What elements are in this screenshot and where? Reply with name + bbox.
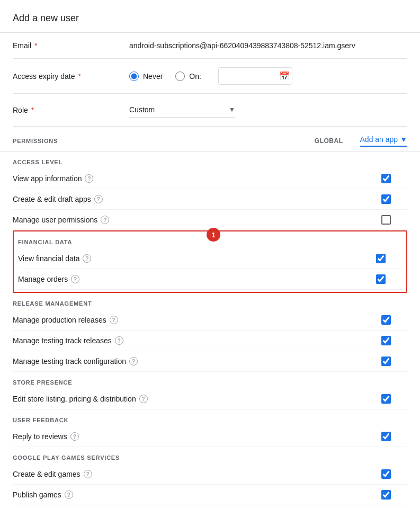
permission-name: Create & edit draft apps ? xyxy=(13,195,365,203)
global-label: GLOBAL xyxy=(315,137,343,145)
permission-name: Manage orders ? xyxy=(18,275,360,283)
checkbox-view-financial[interactable] xyxy=(376,254,386,263)
date-input[interactable] xyxy=(223,72,276,81)
checkbox-cell xyxy=(360,254,402,263)
permission-name: View financial data ? xyxy=(18,254,360,263)
permission-row-view-financial: View financial data ? xyxy=(18,248,402,269)
radio-on-input[interactable] xyxy=(175,72,185,81)
checkbox-manage-user-perms[interactable] xyxy=(381,215,391,225)
permissions-title: PERMISSIONS xyxy=(13,138,315,144)
checkbox-manage-orders[interactable] xyxy=(376,274,386,284)
access-expiry-required: * xyxy=(76,72,81,81)
radio-never-label: Never xyxy=(143,72,163,81)
checkbox-cell xyxy=(365,174,407,183)
dialog-title: Add a new user xyxy=(0,0,420,32)
checkbox-cell xyxy=(365,490,407,500)
help-icon[interactable]: ? xyxy=(139,395,148,403)
permission-row-view-app-info: View app information ? xyxy=(13,168,407,189)
permission-name: Manage user permissions ? xyxy=(13,216,365,224)
help-icon[interactable]: ? xyxy=(115,336,123,345)
checkbox-publish-games[interactable] xyxy=(381,490,391,500)
help-icon[interactable]: ? xyxy=(110,316,118,324)
checkbox-reply-reviews[interactable] xyxy=(381,432,391,441)
help-icon[interactable]: ? xyxy=(83,254,91,263)
permissions-header: PERMISSIONS GLOBAL Add an app ▼ xyxy=(0,127,420,151)
permission-row-manage-user-perms: Manage user permissions ? xyxy=(13,210,407,230)
permission-name: Manage testing track configuration ? xyxy=(13,357,365,366)
checkbox-cell xyxy=(365,394,407,404)
chevron-down-icon: ▼ xyxy=(229,106,235,113)
form-section: Email * android-subscriptions@api-662040… xyxy=(0,33,420,127)
permission-name: Publish games ? xyxy=(13,491,365,499)
permission-row-manage-testing-releases: Manage testing track releases ? xyxy=(13,331,407,351)
help-icon[interactable]: ? xyxy=(101,216,109,224)
permission-row-publish-games: Publish games ? xyxy=(13,485,407,505)
permission-name: Manage production releases ? xyxy=(13,316,365,324)
permission-row-create-edit-draft: Create & edit draft apps ? xyxy=(13,189,407,210)
checkbox-edit-store-listing[interactable] xyxy=(381,394,391,404)
radio-group: Never On: 📅 xyxy=(129,67,292,85)
permission-name: Edit store listing, pricing & distributi… xyxy=(13,395,365,403)
checkbox-manage-prod-releases[interactable] xyxy=(381,315,391,325)
permission-row-edit-store-listing: Edit store listing, pricing & distributi… xyxy=(13,389,407,409)
help-icon[interactable]: ? xyxy=(84,470,92,478)
add-app-chevron-icon: ▼ xyxy=(400,135,407,144)
calendar-icon[interactable]: 📅 xyxy=(279,71,290,81)
radio-on-label: On: xyxy=(189,72,201,81)
radio-never-option[interactable]: Never xyxy=(129,72,163,81)
email-label: Email * xyxy=(13,41,129,50)
help-icon[interactable]: ? xyxy=(65,491,73,499)
permission-name: View app information ? xyxy=(13,174,365,183)
checkbox-manage-testing-config[interactable] xyxy=(381,357,391,366)
section-header-access-level: ACCESS LEVEL xyxy=(13,151,407,168)
access-expiry-row: Access expiry date * Never On: 📅 xyxy=(13,59,407,94)
role-label: Role * xyxy=(13,106,129,114)
permission-name: Manage testing track releases ? xyxy=(13,336,365,345)
checkbox-cell xyxy=(365,357,407,366)
checkbox-cell xyxy=(365,469,407,479)
section-header-user-feedback: USER FEEDBACK xyxy=(13,409,407,426)
add-user-dialog: Add a new user Email * android-subscript… xyxy=(0,0,420,508)
section-header-store-presence: STORE PRESENCE xyxy=(13,372,407,389)
permission-name: Create & edit games ? xyxy=(13,470,365,478)
access-expiry-label: Access expiry date * xyxy=(13,72,129,81)
email-required: * xyxy=(32,41,37,50)
checkbox-view-app-info[interactable] xyxy=(381,174,391,183)
checkbox-cell xyxy=(365,336,407,345)
checkbox-cell xyxy=(360,274,402,284)
email-row: Email * android-subscriptions@api-662040… xyxy=(13,33,407,59)
section-header-gpgs: GOOGLE PLAY GAMES SERVICES xyxy=(13,447,407,464)
role-value: Custom xyxy=(129,105,225,114)
role-select[interactable]: Custom ▼ xyxy=(129,102,235,118)
permission-row-manage-testing-config: Manage testing track configuration ? xyxy=(13,351,407,372)
checkbox-cell xyxy=(365,215,407,225)
permission-row-manage-orders: Manage orders ? xyxy=(18,269,402,290)
checkbox-create-edit-games[interactable] xyxy=(381,469,391,479)
checkbox-cell xyxy=(365,315,407,325)
help-icon[interactable]: ? xyxy=(85,174,93,183)
add-app-button[interactable]: Add an app ▼ xyxy=(360,135,407,147)
role-row: Role * Custom ▼ xyxy=(13,94,407,127)
permission-row-manage-prod-releases: Manage production releases ? xyxy=(13,310,407,331)
permissions-body: ACCESS LEVEL View app information ? Crea… xyxy=(0,151,420,505)
email-value: android-subscriptions@api-66204094398837… xyxy=(129,41,407,50)
checkbox-create-edit-draft[interactable] xyxy=(381,194,391,204)
radio-never-input[interactable] xyxy=(129,72,139,81)
date-input-wrapper: 📅 xyxy=(218,67,292,85)
checkbox-manage-testing-releases[interactable] xyxy=(381,336,391,345)
checkbox-cell xyxy=(365,194,407,204)
permission-name: Reply to reviews ? xyxy=(13,432,365,441)
help-icon[interactable]: ? xyxy=(70,432,79,441)
help-icon[interactable]: ? xyxy=(129,357,138,366)
radio-on-option[interactable]: On: xyxy=(175,72,201,81)
help-icon[interactable]: ? xyxy=(71,275,79,283)
badge-1: 1 xyxy=(207,228,220,242)
permission-row-reply-reviews: Reply to reviews ? xyxy=(13,426,407,447)
footer-note: Permissions granted at the global level … xyxy=(0,505,420,508)
checkbox-cell xyxy=(365,432,407,441)
section-header-release-management: RELEASE MANAGEMENT xyxy=(13,293,407,310)
permission-row-create-edit-games: Create & edit games ? xyxy=(13,464,407,485)
add-app-label: Add an app xyxy=(360,135,398,144)
role-required: * xyxy=(29,106,34,114)
help-icon[interactable]: ? xyxy=(94,195,103,203)
